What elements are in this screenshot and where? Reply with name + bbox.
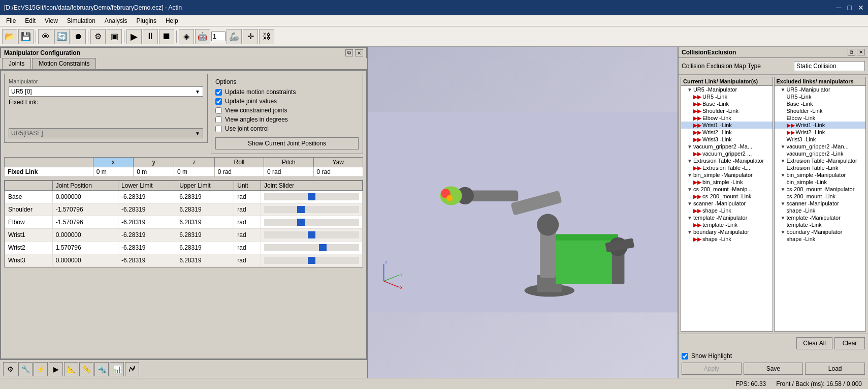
toolbar-btn-5[interactable]: 📐	[64, 362, 78, 376]
list-item[interactable]: ▼ template -Manipulator	[681, 214, 773, 221]
checkbox-update-joint-input[interactable]	[215, 98, 222, 105]
sim-button[interactable]: ▣	[107, 29, 122, 44]
chain-button[interactable]: ⛓	[259, 29, 274, 44]
list-item[interactable]: ▼ cs-200_mount -Manipulator	[775, 186, 866, 193]
pos-table-header-pitch[interactable]: Pitch	[264, 158, 313, 167]
checkbox-update-motion[interactable]: Update motion constraints	[215, 88, 359, 96]
list-item[interactable]: ▼ vacuum_gripper2 -Ma...	[681, 143, 773, 150]
toolbar-btn-6[interactable]: 📏	[79, 362, 93, 376]
robot-button[interactable]: 🤖	[195, 29, 210, 44]
record-button[interactable]: ⏺	[71, 29, 86, 44]
collision-close-button[interactable]: ✕	[857, 49, 865, 55]
checkbox-update-motion-input[interactable]	[215, 89, 222, 96]
panel-restore-button[interactable]: ⧉	[345, 49, 353, 56]
window-controls[interactable]: ─ □ ✕	[837, 4, 864, 12]
list-item[interactable]: ▶▶ Shoulder -Link	[681, 107, 773, 114]
list-item[interactable]: ▼ template -Manipulator	[775, 214, 866, 221]
list-item[interactable]: ▶▶ Base -Link	[681, 100, 773, 107]
list-item[interactable]: ▶▶ shape -Link	[681, 235, 773, 243]
list-item[interactable]: shape -Link	[775, 207, 866, 214]
pos-table-header-roll[interactable]: Roll	[214, 158, 264, 167]
toolbar-btn-7[interactable]: 🔩	[94, 362, 109, 376]
list-item[interactable]: UR5 -Link	[775, 93, 866, 100]
clear-button[interactable]: Clear	[834, 337, 865, 349]
pos-table-header-yaw[interactable]: Yaw	[313, 158, 363, 167]
show-positions-button[interactable]: Show Current Joint Positions	[215, 137, 359, 149]
list-item[interactable]: ▶▶ bin_simple -Link	[681, 178, 773, 186]
list-item[interactable]: Wrist3 -Link	[775, 136, 866, 143]
menu-edit[interactable]: Edit	[21, 16, 40, 25]
step-input[interactable]	[211, 32, 226, 41]
list-item[interactable]: ▶▶ shape -Link	[681, 207, 773, 214]
list-item[interactable]: ▶▶ Wrist1 -Link	[681, 122, 773, 129]
play-button[interactable]: ▶	[126, 29, 142, 44]
joint-slider-wrist1[interactable]	[261, 229, 363, 242]
save-button[interactable]: Save	[744, 363, 803, 375]
list-item[interactable]: Extrusion Table -Link	[775, 164, 866, 171]
close-button[interactable]: ✕	[858, 4, 864, 12]
config-button[interactable]: ⚙	[90, 29, 106, 44]
checkbox-view-angles[interactable]: View angles in degrees	[215, 116, 359, 123]
toolbar-btn-4[interactable]: ▶	[49, 362, 63, 376]
list-item[interactable]: Shoulder -Link	[775, 107, 866, 114]
show-highlight-checkbox[interactable]	[682, 353, 688, 360]
menu-simulation[interactable]: Simulation	[63, 16, 100, 25]
view-button[interactable]: 👁	[38, 29, 53, 44]
checkbox-joint-control-input[interactable]	[215, 126, 222, 132]
list-item[interactable]: ▶▶ Wrist3 -Link	[681, 136, 773, 143]
toolbar-btn-8[interactable]: 📊	[110, 362, 124, 376]
list-item[interactable]: cs-200_mount -Link	[775, 193, 866, 200]
list-item[interactable]: ▶▶ UR5 -Link	[681, 93, 773, 100]
menu-plugins[interactable]: Plugins	[133, 16, 160, 25]
tab-motion-constraints[interactable]: Motion Constraints	[32, 58, 96, 69]
list-item[interactable]: ▼ scanner -Manipulator	[775, 200, 866, 207]
toolbar-btn-9[interactable]: 🗲	[125, 362, 139, 376]
excluded-links-scroll[interactable]: ▼ UR5 -Manipulator UR5 -Link Base -Link …	[775, 86, 866, 331]
list-item[interactable]: Base -Link	[775, 100, 866, 107]
menu-file[interactable]: File	[2, 16, 20, 25]
list-item[interactable]: ▶▶ template -Link	[681, 221, 773, 228]
toolbar-btn-2[interactable]: 🔧	[18, 362, 33, 376]
rotate-button[interactable]: 🔄	[54, 29, 70, 44]
list-item[interactable]: ▼ boundary -Manipulator	[681, 228, 773, 235]
joint-slider-elbow[interactable]	[261, 216, 363, 229]
minimize-button[interactable]: ─	[837, 4, 842, 12]
checkbox-joint-control[interactable]: Use joint control	[215, 125, 359, 132]
cube-button[interactable]: ◈	[179, 29, 194, 44]
open-button[interactable]: 📂	[2, 29, 17, 44]
joint-slider-wrist2[interactable]	[261, 242, 363, 254]
pos-table-header-x[interactable]: x	[93, 158, 134, 167]
list-item[interactable]: ▼ bin_simple -Manipulator	[775, 171, 866, 178]
list-item[interactable]: vacuum_gripper2 -Link	[775, 150, 866, 157]
list-item[interactable]: ▶▶ vacuum_gripper2 ...	[681, 150, 773, 157]
list-item[interactable]: ▼ Extrusion Table -Manipulator	[681, 157, 773, 164]
pause-button[interactable]: ⏸	[143, 29, 158, 44]
list-item[interactable]: ▼ Extrusion Table -Manipulator	[775, 157, 866, 164]
tab-joints[interactable]: Joints	[2, 58, 31, 69]
joint-slider-wrist3[interactable]	[261, 254, 363, 267]
list-item[interactable]: ▶▶ Wrist2 -Link	[681, 129, 773, 136]
toolbar-btn-1[interactable]: ⚙	[3, 362, 17, 376]
list-item[interactable]: bin_simple -Link	[775, 178, 866, 186]
manipulator-dropdown[interactable]: UR5 [0]	[9, 86, 203, 97]
manipulator-dropdown-wrapper[interactable]: UR5 [0]	[9, 86, 203, 97]
fixed-link-dropdown-wrapper[interactable]: UR5[BASE]	[9, 128, 203, 138]
axis-button[interactable]: ✛	[243, 29, 258, 44]
checkbox-view-constrained-input[interactable]	[215, 107, 222, 114]
list-item[interactable]: template -Link	[775, 221, 866, 228]
menu-help[interactable]: Help	[162, 16, 182, 25]
clear-all-button[interactable]: Clear All	[796, 337, 832, 349]
list-item[interactable]: ▶▶ Extrusion Table -L...	[681, 164, 773, 171]
checkbox-update-joint[interactable]: Update joint values	[215, 98, 359, 105]
list-item[interactable]: ▼ UR5 -Manipulator	[681, 86, 773, 93]
manip-button[interactable]: 🦾	[227, 29, 242, 44]
list-item[interactable]: ▼ vacuum_gripper2 -Man...	[775, 143, 866, 150]
list-item[interactable]: ▼ cs-200_mount -Manip...	[681, 186, 773, 193]
list-item[interactable]: ▼ boundary -Manipulator	[775, 228, 866, 235]
joint-slider-shoulder[interactable]	[261, 203, 363, 216]
save-button[interactable]: 💾	[18, 29, 34, 44]
collision-restore-button[interactable]: ⧉	[848, 49, 855, 56]
viewport[interactable]: X Y Z	[368, 47, 678, 378]
list-item[interactable]: ▼ scanner -Manipulator	[681, 200, 773, 207]
toolbar-btn-3[interactable]: ⚡	[34, 362, 48, 376]
